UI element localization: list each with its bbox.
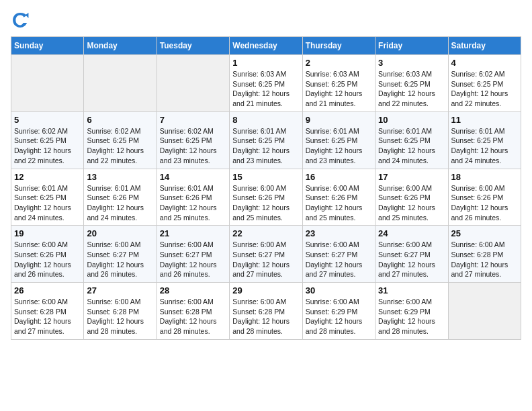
- day-number: 5: [14, 115, 81, 125]
- day-number: 30: [306, 285, 372, 295]
- calendar-week-5: 26Sunrise: 6:00 AM Sunset: 6:28 PM Dayli…: [11, 283, 521, 340]
- day-info: Sunrise: 6:00 AM Sunset: 6:27 PM Dayligh…: [306, 240, 372, 279]
- day-number: 28: [160, 285, 226, 295]
- day-info: Sunrise: 6:01 AM Sunset: 6:25 PM Dayligh…: [378, 126, 445, 166]
- day-number: 1: [232, 58, 299, 68]
- day-number: 10: [378, 115, 445, 125]
- day-info: Sunrise: 6:00 AM Sunset: 6:26 PM Dayligh…: [14, 240, 81, 279]
- day-info: Sunrise: 6:00 AM Sunset: 6:29 PM Dayligh…: [306, 297, 372, 336]
- weekday-header-wednesday: Wednesday: [230, 37, 302, 55]
- calendar-cell: 27Sunrise: 6:00 AM Sunset: 6:28 PM Dayli…: [84, 283, 157, 340]
- calendar-cell: 1Sunrise: 6:03 AM Sunset: 6:25 PM Daylig…: [230, 55, 302, 112]
- calendar-cell: 3Sunrise: 6:03 AM Sunset: 6:25 PM Daylig…: [375, 55, 448, 112]
- calendar-cell: 8Sunrise: 6:01 AM Sunset: 6:25 PM Daylig…: [230, 111, 302, 169]
- calendar-cell: [84, 55, 157, 112]
- calendar-cell: [11, 55, 84, 112]
- day-info: Sunrise: 6:00 AM Sunset: 6:26 PM Dayligh…: [378, 183, 445, 223]
- day-number: 29: [232, 285, 299, 295]
- day-info: Sunrise: 6:01 AM Sunset: 6:25 PM Dayligh…: [232, 126, 299, 166]
- calendar-cell: 9Sunrise: 6:01 AM Sunset: 6:25 PM Daylig…: [302, 111, 375, 169]
- day-number: 14: [160, 172, 226, 182]
- weekday-header-tuesday: Tuesday: [157, 37, 229, 55]
- day-info: Sunrise: 6:00 AM Sunset: 6:28 PM Dayligh…: [232, 297, 299, 336]
- day-number: 23: [306, 228, 372, 238]
- day-info: Sunrise: 6:00 AM Sunset: 6:26 PM Dayligh…: [232, 183, 299, 223]
- day-info: Sunrise: 6:00 AM Sunset: 6:28 PM Dayligh…: [160, 297, 226, 336]
- calendar-cell: 7Sunrise: 6:02 AM Sunset: 6:25 PM Daylig…: [157, 111, 229, 169]
- day-number: 15: [232, 172, 299, 182]
- day-info: Sunrise: 6:02 AM Sunset: 6:25 PM Dayligh…: [160, 126, 226, 166]
- calendar: SundayMondayTuesdayWednesdayThursdayFrid…: [11, 36, 521, 340]
- page-header: [11, 11, 521, 30]
- calendar-cell: 14Sunrise: 6:01 AM Sunset: 6:26 PM Dayli…: [157, 169, 229, 226]
- calendar-cell: 5Sunrise: 6:02 AM Sunset: 6:25 PM Daylig…: [11, 111, 84, 169]
- calendar-cell: [157, 55, 229, 112]
- day-info: Sunrise: 6:00 AM Sunset: 6:29 PM Dayligh…: [378, 297, 445, 336]
- day-number: 18: [451, 172, 518, 182]
- day-number: 25: [451, 228, 518, 238]
- logo: [11, 11, 32, 30]
- day-info: Sunrise: 6:02 AM Sunset: 6:25 PM Dayligh…: [87, 126, 153, 166]
- calendar-cell: 16Sunrise: 6:00 AM Sunset: 6:26 PM Dayli…: [302, 169, 375, 226]
- day-info: Sunrise: 6:02 AM Sunset: 6:25 PM Dayligh…: [14, 126, 81, 166]
- day-number: 9: [306, 115, 372, 125]
- calendar-cell: 24Sunrise: 6:00 AM Sunset: 6:27 PM Dayli…: [375, 226, 448, 283]
- day-info: Sunrise: 6:00 AM Sunset: 6:26 PM Dayligh…: [306, 183, 372, 223]
- day-number: 26: [14, 285, 81, 295]
- calendar-cell: 20Sunrise: 6:00 AM Sunset: 6:27 PM Dayli…: [84, 226, 157, 283]
- calendar-cell: 4Sunrise: 6:02 AM Sunset: 6:25 PM Daylig…: [448, 55, 521, 112]
- calendar-cell: 30Sunrise: 6:00 AM Sunset: 6:29 PM Dayli…: [302, 283, 375, 340]
- calendar-cell: 29Sunrise: 6:00 AM Sunset: 6:28 PM Dayli…: [230, 283, 302, 340]
- weekday-header-thursday: Thursday: [302, 37, 375, 55]
- day-number: 11: [451, 115, 518, 125]
- calendar-cell: 2Sunrise: 6:03 AM Sunset: 6:25 PM Daylig…: [302, 55, 375, 112]
- day-info: Sunrise: 6:00 AM Sunset: 6:26 PM Dayligh…: [451, 183, 518, 223]
- day-info: Sunrise: 6:01 AM Sunset: 6:26 PM Dayligh…: [160, 183, 226, 223]
- day-number: 27: [87, 285, 153, 295]
- day-number: 17: [378, 172, 445, 182]
- day-number: 3: [378, 58, 445, 68]
- day-info: Sunrise: 6:03 AM Sunset: 6:25 PM Dayligh…: [378, 69, 445, 109]
- calendar-week-1: 1Sunrise: 6:03 AM Sunset: 6:25 PM Daylig…: [11, 55, 521, 112]
- day-info: Sunrise: 6:01 AM Sunset: 6:25 PM Dayligh…: [306, 126, 372, 166]
- day-info: Sunrise: 6:00 AM Sunset: 6:27 PM Dayligh…: [87, 240, 153, 279]
- day-number: 20: [87, 228, 153, 238]
- weekday-header-friday: Friday: [375, 37, 448, 55]
- calendar-cell: 18Sunrise: 6:00 AM Sunset: 6:26 PM Dayli…: [448, 169, 521, 226]
- calendar-week-2: 5Sunrise: 6:02 AM Sunset: 6:25 PM Daylig…: [11, 111, 521, 169]
- calendar-cell: 26Sunrise: 6:00 AM Sunset: 6:28 PM Dayli…: [11, 283, 84, 340]
- day-number: 4: [451, 58, 518, 68]
- calendar-cell: 15Sunrise: 6:00 AM Sunset: 6:26 PM Dayli…: [230, 169, 302, 226]
- day-number: 12: [14, 172, 81, 182]
- calendar-cell: 19Sunrise: 6:00 AM Sunset: 6:26 PM Dayli…: [11, 226, 84, 283]
- calendar-cell: 31Sunrise: 6:00 AM Sunset: 6:29 PM Dayli…: [375, 283, 448, 340]
- weekday-header-saturday: Saturday: [448, 37, 521, 55]
- day-info: Sunrise: 6:01 AM Sunset: 6:25 PM Dayligh…: [451, 126, 518, 166]
- day-number: 21: [160, 228, 226, 238]
- calendar-cell: 25Sunrise: 6:00 AM Sunset: 6:28 PM Dayli…: [448, 226, 521, 283]
- day-info: Sunrise: 6:00 AM Sunset: 6:27 PM Dayligh…: [160, 240, 226, 279]
- day-number: 31: [378, 285, 445, 295]
- day-number: 2: [306, 58, 372, 68]
- day-info: Sunrise: 6:01 AM Sunset: 6:25 PM Dayligh…: [14, 183, 81, 223]
- day-info: Sunrise: 6:00 AM Sunset: 6:28 PM Dayligh…: [87, 297, 153, 336]
- day-number: 22: [232, 228, 299, 238]
- day-info: Sunrise: 6:00 AM Sunset: 6:28 PM Dayligh…: [451, 240, 518, 279]
- calendar-cell: 17Sunrise: 6:00 AM Sunset: 6:26 PM Dayli…: [375, 169, 448, 226]
- day-info: Sunrise: 6:00 AM Sunset: 6:27 PM Dayligh…: [378, 240, 445, 279]
- day-info: Sunrise: 6:00 AM Sunset: 6:27 PM Dayligh…: [232, 240, 299, 279]
- calendar-cell: 23Sunrise: 6:00 AM Sunset: 6:27 PM Dayli…: [302, 226, 375, 283]
- day-number: 16: [306, 172, 372, 182]
- calendar-cell: [448, 283, 521, 340]
- calendar-cell: 28Sunrise: 6:00 AM Sunset: 6:28 PM Dayli…: [157, 283, 229, 340]
- day-number: 13: [87, 172, 153, 182]
- logo-icon: [11, 11, 30, 30]
- calendar-cell: 22Sunrise: 6:00 AM Sunset: 6:27 PM Dayli…: [230, 226, 302, 283]
- weekday-header-monday: Monday: [84, 37, 157, 55]
- calendar-cell: 6Sunrise: 6:02 AM Sunset: 6:25 PM Daylig…: [84, 111, 157, 169]
- day-number: 19: [14, 228, 81, 238]
- day-number: 6: [87, 115, 153, 125]
- day-info: Sunrise: 6:03 AM Sunset: 6:25 PM Dayligh…: [306, 69, 372, 109]
- weekday-header-sunday: Sunday: [11, 37, 84, 55]
- day-info: Sunrise: 6:00 AM Sunset: 6:28 PM Dayligh…: [14, 297, 81, 336]
